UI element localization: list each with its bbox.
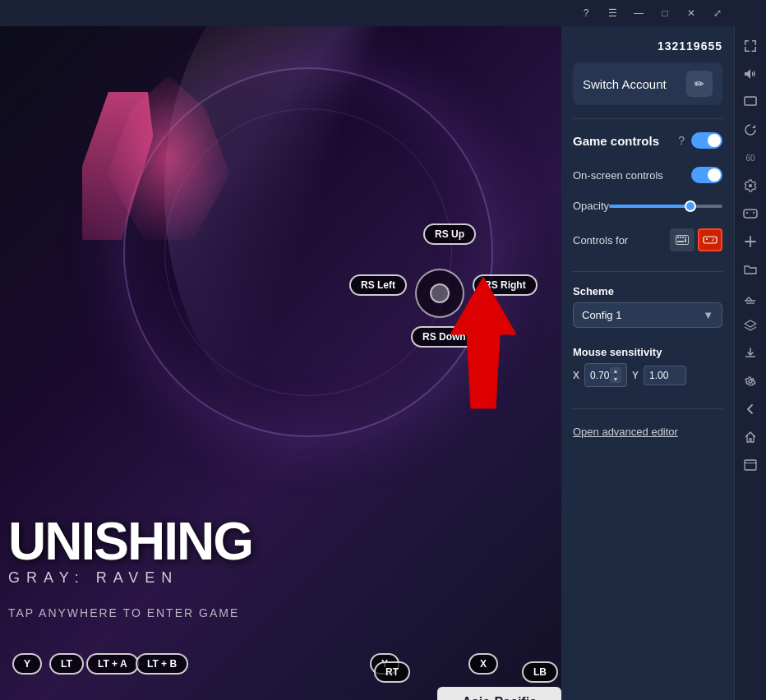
svg-rect-5 xyxy=(685,237,686,238)
svg-rect-18 xyxy=(745,460,756,470)
svg-point-17 xyxy=(749,380,752,383)
menu-button[interactable]: ☰ xyxy=(601,2,624,25)
opacity-label: Opacity xyxy=(573,200,609,212)
game-subtitle: GRAY: RAVEN xyxy=(8,569,570,587)
side-panel: 132119655 Switch Account ✏ Game controls… xyxy=(561,26,734,700)
toolbar-fps-icon[interactable]: 60 xyxy=(737,145,764,171)
x-value-input[interactable]: 0.70 ▲ ▼ xyxy=(584,363,627,387)
x-decrement[interactable]: ▼ xyxy=(610,375,621,383)
svg-rect-2 xyxy=(677,237,679,238)
gamepad-icon-button[interactable] xyxy=(698,228,722,251)
scheme-section: Scheme Config 1 ▼ xyxy=(573,285,722,336)
toolbar-rotate-icon[interactable] xyxy=(737,117,764,143)
rs-up-button[interactable]: RS Up xyxy=(423,223,476,245)
opacity-slider[interactable] xyxy=(609,205,722,208)
svg-rect-12 xyxy=(745,97,756,105)
svg-rect-13 xyxy=(744,210,757,218)
divider-3 xyxy=(573,408,722,409)
on-screen-controls-row: On-screen controls xyxy=(573,167,722,183)
opacity-slider-thumb xyxy=(685,200,696,212)
toolbar-settings-2-icon[interactable] xyxy=(737,368,764,394)
btn-lt[interactable]: LT xyxy=(49,653,84,675)
minimize-button[interactable]: — xyxy=(627,2,650,25)
svg-point-10 xyxy=(713,238,714,240)
toolbar-home-icon[interactable] xyxy=(737,424,764,450)
svg-rect-3 xyxy=(680,237,681,238)
x-stepper[interactable]: ▲ ▼ xyxy=(610,367,621,383)
toolbar-add-icon[interactable] xyxy=(737,228,764,255)
opacity-row: Opacity xyxy=(573,200,722,212)
sensitivity-row: X 0.70 ▲ ▼ Y 1.00 xyxy=(573,363,722,387)
tap-text: TAP ANYWHERE TO ENTER GAME xyxy=(8,606,239,619)
toolbar-macro-icon[interactable] xyxy=(737,340,764,366)
x-increment[interactable]: ▲ xyxy=(610,367,621,375)
joystick[interactable] xyxy=(415,269,464,318)
divider-1 xyxy=(573,118,722,119)
btn-lt-a[interactable]: LT + A xyxy=(86,653,139,675)
on-screen-controls-label: On-screen controls xyxy=(573,169,663,182)
joystick-inner xyxy=(430,283,450,303)
toolbar-back-icon[interactable] xyxy=(737,396,764,422)
svg-rect-6 xyxy=(677,241,684,242)
game-controls-title: Game controls xyxy=(573,134,671,148)
svg-rect-7 xyxy=(685,239,686,242)
rs-down-button[interactable]: RS Down xyxy=(411,326,478,348)
switch-account-row: Switch Account ✏ xyxy=(573,62,722,105)
edit-icon-button[interactable]: ✏ xyxy=(686,71,713,97)
opacity-slider-container xyxy=(609,205,722,208)
toolbar-eraser-icon[interactable] xyxy=(737,284,764,311)
close-button[interactable]: ✕ xyxy=(680,2,703,25)
svg-point-16 xyxy=(753,212,754,214)
btn-lb[interactable]: LB xyxy=(522,661,558,683)
right-toolbar: 60 xyxy=(734,26,766,700)
scheme-label: Scheme xyxy=(573,285,722,297)
toolbar-window-icon[interactable] xyxy=(737,452,764,478)
toolbar-expand-icon[interactable] xyxy=(737,33,764,59)
rs-right-button[interactable]: RS Right xyxy=(473,274,538,296)
mouse-sensitivity-section: Mouse sensitivity X 0.70 ▲ ▼ Y 1.00 xyxy=(573,346,722,395)
x-axis-label: X xyxy=(573,370,579,381)
game-controls-toggle[interactable] xyxy=(691,132,722,149)
expand-icon[interactable]: ⤢ xyxy=(706,2,729,25)
toolbar-layers-icon[interactable] xyxy=(737,312,764,338)
svg-point-11 xyxy=(712,240,713,242)
divider-2 xyxy=(573,271,722,272)
y-value-input[interactable]: 1.00 xyxy=(644,366,686,385)
toolbar-gamepad-icon[interactable] xyxy=(737,200,764,227)
toolbar-screen-icon[interactable] xyxy=(737,89,764,115)
scheme-select[interactable]: Config 1 ▼ xyxy=(573,302,722,328)
switch-account-label: Switch Account xyxy=(583,77,667,91)
toolbar-volume-icon[interactable] xyxy=(737,61,764,87)
game-title-area: UNISHING GRAY: RAVEN xyxy=(0,515,570,587)
rs-left-button[interactable]: RS Left xyxy=(349,274,407,296)
controls-for-row: Controls for xyxy=(573,228,722,251)
help-icon[interactable]: ? xyxy=(678,134,685,147)
help-button[interactable]: ? xyxy=(574,2,598,25)
account-id: 132119655 xyxy=(573,39,722,53)
svg-rect-4 xyxy=(682,237,684,238)
keyboard-icon-button[interactable] xyxy=(670,228,694,251)
btn-x[interactable]: X xyxy=(468,653,498,675)
titlebar: ? ☰ — □ ✕ ⤢ xyxy=(0,0,766,26)
btn-y-far[interactable]: Y xyxy=(12,653,42,675)
controls-for-label: Controls for xyxy=(573,234,628,246)
toolbar-folder-icon[interactable] xyxy=(737,256,764,283)
on-screen-controls-toggle[interactable] xyxy=(691,167,722,183)
y-axis-label: Y xyxy=(632,370,639,381)
game-controls-header: Game controls ? xyxy=(573,132,722,149)
maximize-button[interactable]: □ xyxy=(653,2,676,25)
mouse-sensitivity-label: Mouse sensitivity xyxy=(573,346,722,358)
advanced-editor-link[interactable]: Open advanced editor xyxy=(573,426,722,438)
btn-lt-b[interactable]: LT + B xyxy=(136,653,188,675)
toolbar-settings-icon[interactable] xyxy=(737,173,764,199)
controls-for-icons xyxy=(670,228,722,251)
asia-pacific-button[interactable]: Asia-Pacific xyxy=(437,687,561,700)
btn-rt[interactable]: RT xyxy=(374,661,410,683)
game-title: UNISHING xyxy=(8,515,570,568)
